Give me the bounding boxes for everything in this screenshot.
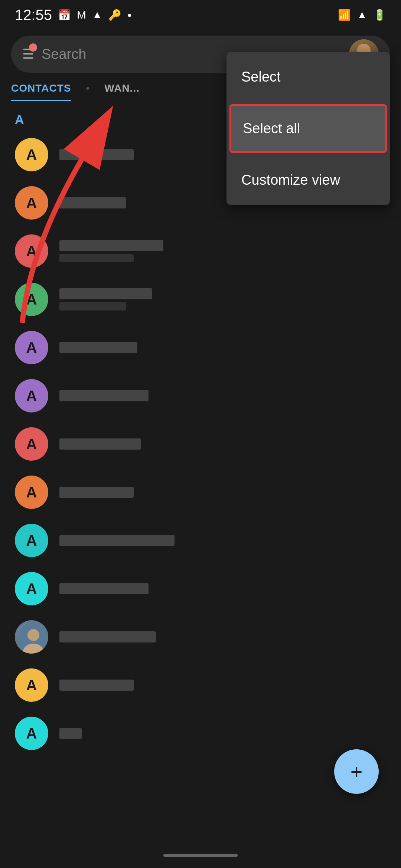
list-item[interactable]: A bbox=[11, 661, 390, 709]
menu-item-select[interactable]: Select bbox=[226, 52, 390, 102]
home-indicator bbox=[163, 854, 238, 857]
list-item[interactable]: A bbox=[11, 275, 390, 323]
list-item[interactable]: A bbox=[11, 420, 390, 468]
wifi-icon: ▲ bbox=[357, 9, 367, 21]
contact-detail bbox=[59, 254, 134, 262]
contact-info bbox=[59, 438, 386, 450]
drive-icon: ▲ bbox=[92, 9, 102, 21]
contact-info bbox=[59, 342, 386, 353]
tab-contacts[interactable]: CONTACTS bbox=[11, 82, 71, 101]
contact-avatar: A bbox=[15, 668, 48, 702]
vibrate-icon: 📶 bbox=[338, 9, 351, 21]
contact-name bbox=[59, 149, 134, 160]
notification-dot bbox=[29, 43, 37, 52]
list-item[interactable]: A bbox=[11, 372, 390, 420]
contact-info bbox=[59, 583, 386, 594]
contact-photo bbox=[17, 622, 47, 652]
menu-item-customize-view[interactable]: Customize view bbox=[226, 155, 390, 205]
contact-avatar: A bbox=[15, 524, 48, 557]
contact-avatar: A bbox=[15, 427, 48, 461]
search-bar-left: ☰ bbox=[22, 46, 34, 62]
status-time: 12:55 bbox=[15, 7, 52, 23]
tab-separator: • bbox=[86, 82, 89, 101]
contact-name bbox=[59, 680, 134, 691]
list-item[interactable]: A bbox=[11, 468, 390, 516]
key-icon: 🔑 bbox=[108, 9, 121, 21]
contact-detail bbox=[59, 302, 126, 310]
contact-info bbox=[59, 535, 386, 546]
contact-name bbox=[59, 342, 137, 353]
contact-name bbox=[59, 583, 149, 594]
dropdown-menu: Select Select all Customize view bbox=[226, 52, 390, 205]
gmail-icon: M bbox=[77, 9, 86, 21]
list-item[interactable]: A bbox=[11, 709, 390, 757]
contact-info bbox=[59, 631, 386, 642]
contact-avatar: A bbox=[15, 572, 48, 605]
status-left: 12:55 📅 M ▲ 🔑 ● bbox=[15, 7, 132, 23]
tab-wan[interactable]: WAN... bbox=[104, 82, 140, 101]
contact-name bbox=[59, 487, 134, 498]
contact-avatar: A bbox=[15, 283, 48, 316]
contact-info bbox=[59, 390, 386, 401]
contact-info bbox=[59, 728, 386, 739]
list-item[interactable]: A bbox=[11, 565, 390, 613]
list-item[interactable]: A bbox=[11, 516, 390, 565]
list-item[interactable] bbox=[11, 613, 390, 661]
contact-name bbox=[59, 390, 149, 401]
menu-item-select-all[interactable]: Select all bbox=[229, 104, 387, 153]
dot-icon: ● bbox=[127, 11, 132, 19]
contact-info bbox=[59, 487, 386, 498]
contact-name bbox=[59, 535, 175, 546]
photo-svg bbox=[17, 622, 49, 654]
contact-info bbox=[59, 240, 386, 262]
contact-name bbox=[59, 631, 156, 642]
contact-info bbox=[59, 288, 386, 310]
calendar-icon: 📅 bbox=[58, 9, 71, 21]
list-item[interactable]: A bbox=[11, 323, 390, 372]
contact-avatar: A bbox=[15, 234, 48, 268]
contact-name bbox=[59, 197, 126, 208]
contact-name bbox=[59, 438, 141, 450]
contact-photo-avatar bbox=[15, 620, 48, 654]
contact-avatar: A bbox=[15, 331, 48, 364]
contact-avatar: A bbox=[15, 379, 48, 412]
contact-name bbox=[59, 240, 163, 251]
svg-point-6 bbox=[27, 629, 39, 641]
contact-avatar: A bbox=[15, 138, 48, 171]
contact-name bbox=[59, 288, 152, 299]
fab-add-button[interactable]: + bbox=[334, 749, 379, 794]
status-right-icons: 📶 ▲ 🔋 bbox=[338, 9, 386, 21]
contact-info bbox=[59, 680, 386, 691]
contact-avatar: A bbox=[15, 717, 48, 750]
contact-name bbox=[59, 728, 82, 739]
contact-avatar: A bbox=[15, 186, 48, 220]
battery-icon: 🔋 bbox=[373, 9, 386, 21]
contact-avatar: A bbox=[15, 476, 48, 509]
list-item[interactable]: A bbox=[11, 227, 390, 275]
status-bar: 12:55 📅 M ▲ 🔑 ● 📶 ▲ 🔋 bbox=[0, 0, 401, 30]
